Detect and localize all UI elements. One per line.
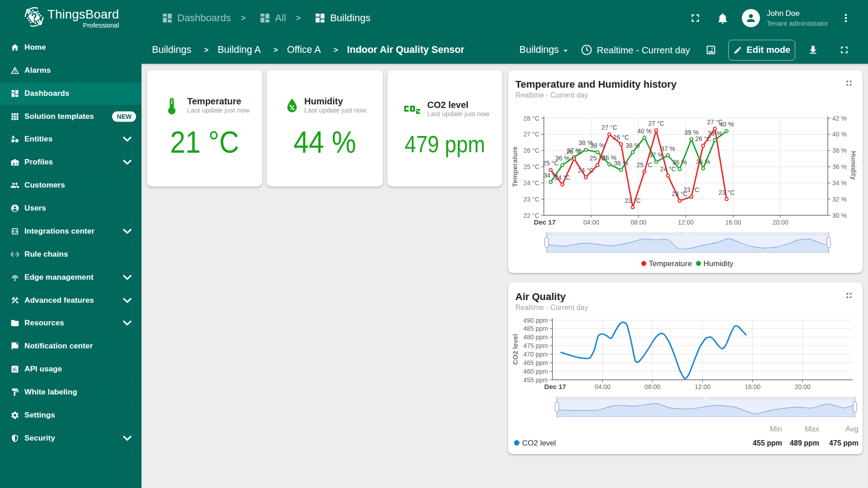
svg-text:485 ppm: 485 ppm: [524, 325, 548, 332]
svg-text:20:00: 20:00: [773, 219, 788, 226]
svg-text:26 °C: 26 °C: [566, 148, 582, 155]
svg-text:23 °C: 23 °C: [524, 196, 539, 203]
svg-text:27 °C: 27 °C: [707, 118, 723, 126]
svg-text:Dec 17: Dec 17: [544, 383, 566, 390]
svg-text:40 %: 40 %: [832, 131, 847, 138]
svg-text:25 °C: 25 °C: [590, 155, 605, 162]
svg-text:36 %: 36 %: [832, 163, 847, 170]
svg-text:470 ppm: 470 ppm: [524, 351, 548, 358]
svg-text:Temperature: Temperature: [649, 259, 692, 268]
svg-text:40 %: 40 %: [637, 127, 652, 135]
svg-text:480 ppm: 480 ppm: [524, 333, 548, 341]
svg-text:26 °C: 26 °C: [524, 147, 539, 154]
svg-text:42 %: 42 %: [832, 115, 847, 122]
svg-text:25 °C: 25 °C: [524, 163, 539, 170]
svg-text:37 %: 37 %: [661, 145, 675, 152]
svg-text:27 °C: 27 °C: [524, 131, 539, 138]
svg-text:37 %: 37 %: [649, 151, 664, 159]
svg-text:38 %: 38 %: [626, 142, 640, 149]
svg-text:12:00: 12:00: [678, 219, 693, 226]
svg-text:455 ppm: 455 ppm: [753, 439, 782, 447]
svg-text:465 ppm: 465 ppm: [524, 359, 548, 366]
svg-text:Humidity: Humidity: [703, 259, 734, 268]
svg-text:CO2 level: CO2 level: [522, 439, 556, 447]
svg-text:24 °C: 24 °C: [554, 174, 570, 181]
svg-text:22 °C: 22 °C: [625, 197, 641, 204]
svg-text:Dec 17: Dec 17: [534, 218, 556, 226]
svg-text:Humidity: Humidity: [850, 151, 858, 180]
svg-text:08:00: 08:00: [631, 219, 646, 226]
svg-text:32 %: 32 %: [832, 196, 847, 203]
svg-text:08:00: 08:00: [645, 383, 660, 390]
svg-text:23 °C: 23 °C: [684, 186, 699, 193]
svg-text:16:00: 16:00: [725, 219, 741, 226]
svg-text:Temperature: Temperature: [511, 146, 519, 187]
svg-text:475 ppm: 475 ppm: [524, 342, 548, 349]
svg-text:24 °C: 24 °C: [660, 165, 676, 173]
svg-text:25 °C: 25 °C: [637, 161, 652, 169]
svg-text:Avg: Avg: [845, 425, 859, 433]
svg-text:26 °C: 26 °C: [695, 135, 711, 142]
svg-text:30 %: 30 %: [832, 212, 847, 219]
svg-text:475 ppm: 475 ppm: [829, 439, 859, 447]
svg-text:CO2 level: CO2 level: [511, 334, 519, 365]
svg-text:36 %: 36 %: [614, 160, 628, 167]
svg-text:26 °C: 26 °C: [613, 134, 629, 141]
svg-text:28 °C: 28 °C: [524, 115, 539, 122]
svg-text:490 ppm: 490 ppm: [524, 317, 548, 324]
svg-text:Max: Max: [805, 425, 820, 433]
svg-text:24 °C: 24 °C: [578, 167, 594, 174]
svg-text:12:00: 12:00: [694, 383, 710, 390]
svg-text:27 °C: 27 °C: [648, 120, 664, 127]
svg-text:38 %: 38 %: [832, 147, 847, 154]
svg-text:489 ppm: 489 ppm: [790, 439, 819, 447]
svg-text:24 °C: 24 °C: [524, 179, 539, 187]
svg-text:34 %: 34 %: [832, 179, 847, 187]
svg-text:20:00: 20:00: [795, 383, 811, 390]
svg-text:04:00: 04:00: [583, 219, 599, 226]
svg-text:25 °C: 25 °C: [542, 160, 558, 167]
svg-text:36 %: 36 %: [696, 158, 710, 165]
svg-text:Min: Min: [770, 425, 782, 433]
svg-text:23 °C: 23 °C: [719, 189, 735, 196]
svg-text:16:00: 16:00: [745, 383, 760, 390]
svg-text:460 ppm: 460 ppm: [524, 368, 548, 375]
svg-text:04:00: 04:00: [594, 383, 610, 390]
svg-text:38 %: 38 %: [590, 142, 605, 149]
svg-text:27 °C: 27 °C: [601, 124, 617, 131]
